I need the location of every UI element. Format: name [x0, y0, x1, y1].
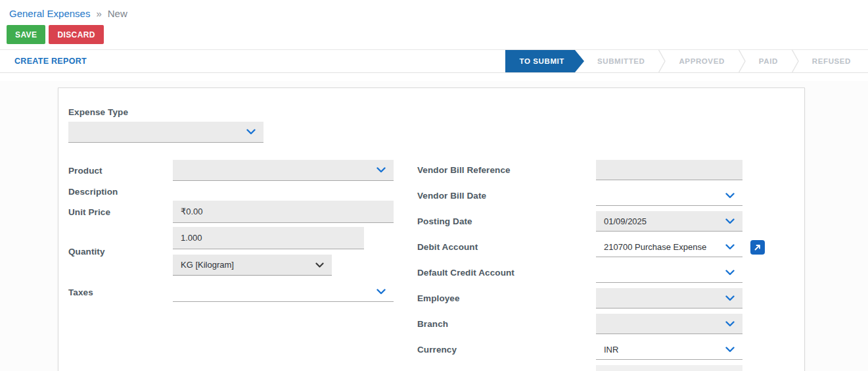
unit-price-value: ₹0.00: [181, 207, 203, 216]
form-column-left: Product Description Unit Price ₹0.00: [68, 160, 403, 371]
posting-date-row: Posting Date 01/09/2025: [417, 211, 767, 232]
vendor-bill-reference-row: Vendor Bill Reference: [417, 160, 767, 180]
chevron-down-icon: [246, 129, 256, 135]
expense-type-field[interactable]: [68, 122, 263, 143]
statusbar-step-approved[interactable]: APPROVED: [666, 50, 737, 72]
save-button[interactable]: SAVE: [7, 25, 45, 44]
debit-account-field[interactable]: 210700 Purchase Expense: [596, 237, 742, 257]
debit-account-open-button[interactable]: [750, 240, 765, 255]
chevron-down-icon: [725, 218, 735, 224]
employee-label: Employee: [417, 293, 596, 303]
statusbar-step-to-submit[interactable]: TO SUBMIT: [505, 50, 584, 72]
form-column-right: Vendor Bill Reference Vendor Bill Date P…: [417, 160, 767, 371]
taxes-field[interactable]: [173, 282, 394, 302]
statusbar-step-submitted[interactable]: SUBMITTED: [584, 50, 658, 72]
breadcrumb: General Expenses » New: [0, 0, 868, 19]
breadcrumb-current: New: [108, 8, 127, 19]
chevron-down-icon: [377, 289, 386, 295]
external-link-arrow-icon: [754, 243, 762, 251]
main-area: Expense Type Product Description: [0, 81, 868, 371]
product-field[interactable]: [173, 160, 394, 181]
chevron-down-icon: [315, 262, 324, 268]
unit-price-row: Unit Price ₹0.00: [68, 201, 403, 223]
vendor-bill-date-field[interactable]: [596, 186, 742, 206]
description-label: Description: [68, 187, 118, 197]
chevron-down-icon: [725, 321, 735, 327]
vendor-bill-reference-label: Vendor Bill Reference: [417, 165, 596, 175]
posting-date-field[interactable]: 01/09/2025: [596, 211, 742, 232]
employee-field[interactable]: [596, 288, 742, 309]
action-buttons: SAVE DISCARD: [0, 19, 868, 44]
debit-account-value: 210700 Purchase Expense: [604, 242, 706, 252]
chevron-down-icon: [725, 295, 735, 301]
default-credit-account-field[interactable]: [596, 262, 742, 283]
vendor-bill-reference-field[interactable]: [596, 160, 742, 180]
breadcrumb-separator-icon: »: [96, 8, 101, 19]
statusbar-step-paid[interactable]: PAID: [746, 50, 791, 72]
quantity-stack: 1.000 KG [Kilogram]: [173, 227, 364, 276]
vendor-bill-date-row: Vendor Bill Date: [417, 186, 767, 206]
next-field-row-partial: [417, 365, 767, 371]
unit-price-label: Unit Price: [68, 207, 173, 217]
branch-row: Branch: [417, 314, 767, 334]
posting-date-label: Posting Date: [417, 216, 596, 226]
unit-price-field[interactable]: ₹0.00: [173, 201, 394, 223]
quantity-row: Quantity 1.000 KG [Kilogram]: [68, 227, 403, 276]
next-field-partial[interactable]: [596, 365, 742, 371]
posting-date-value: 01/09/2025: [604, 216, 647, 226]
discard-button[interactable]: DISCARD: [49, 25, 103, 44]
expense-form-card: Expense Type Product Description: [58, 87, 805, 371]
currency-row: Currency INR: [417, 339, 767, 360]
uom-value: KG [Kilogram]: [181, 260, 234, 270]
default-credit-account-row: Default Credit Account: [417, 262, 767, 283]
taxes-label: Taxes: [68, 287, 173, 297]
chevron-down-icon: [725, 193, 735, 199]
chevron-down-icon: [725, 244, 735, 250]
currency-value: INR: [604, 345, 618, 355]
currency-field[interactable]: INR: [596, 339, 742, 360]
quantity-value: 1.000: [181, 233, 202, 243]
chevron-down-icon: [725, 270, 735, 276]
statusbar-separator-icon: [738, 50, 746, 72]
chevron-down-icon: [377, 167, 386, 173]
taxes-row: Taxes: [68, 282, 403, 302]
product-label: Product: [68, 166, 173, 176]
default-credit-account-label: Default Credit Account: [417, 268, 596, 278]
form-columns: Product Description Unit Price ₹0.00: [68, 160, 794, 371]
employee-row: Employee: [417, 288, 767, 309]
uom-select[interactable]: KG [Kilogram]: [173, 255, 332, 276]
debit-account-row: Debit Account 210700 Purchase Expense: [417, 237, 767, 257]
expense-type-group: Expense Type: [68, 107, 794, 143]
statusbar-separator-icon: [791, 50, 799, 72]
quantity-field[interactable]: 1.000: [173, 227, 364, 249]
product-row: Product: [68, 160, 403, 181]
chevron-down-icon: [725, 347, 735, 353]
expense-type-label: Expense Type: [68, 107, 794, 117]
currency-label: Currency: [417, 345, 596, 355]
statusbar-step-refused[interactable]: REFUSED: [799, 50, 864, 72]
create-report-link[interactable]: CREATE REPORT: [14, 57, 87, 66]
form-toolbar: CREATE REPORT TO SUBMIT SUBMITTED APPROV…: [0, 49, 868, 73]
branch-field[interactable]: [596, 314, 742, 334]
description-row: Description: [68, 182, 403, 201]
statusbar: TO SUBMIT SUBMITTED APPROVED PAID REFUSE…: [505, 50, 864, 72]
debit-account-label: Debit Account: [417, 242, 596, 252]
quantity-label: Quantity: [68, 247, 173, 257]
breadcrumb-parent-link[interactable]: General Expenses: [9, 8, 90, 19]
branch-label: Branch: [417, 319, 596, 329]
statusbar-separator-icon: [658, 50, 666, 72]
vendor-bill-date-label: Vendor Bill Date: [417, 191, 596, 201]
